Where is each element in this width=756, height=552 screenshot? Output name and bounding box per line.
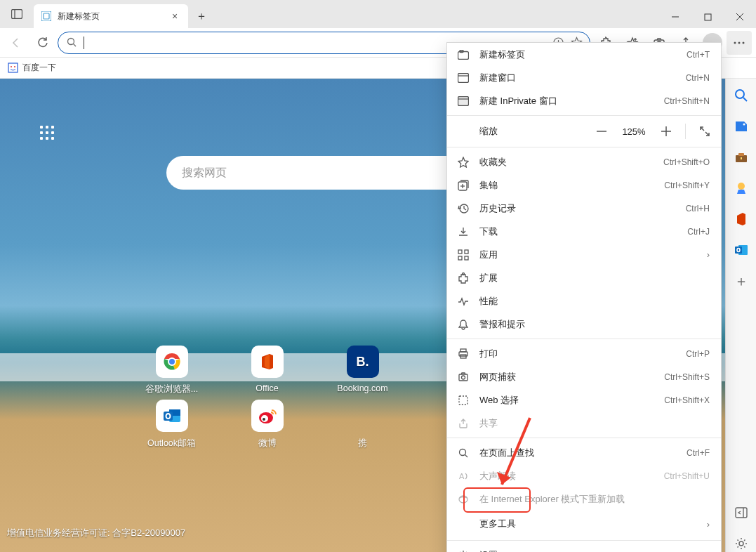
performance-icon bbox=[457, 295, 470, 308]
menu-webselect[interactable]: Web 选择 Ctrl+Shift+X bbox=[447, 388, 721, 412]
svg-rect-33 bbox=[164, 412, 173, 421]
svg-rect-5 bbox=[705, 14, 711, 20]
svg-rect-0 bbox=[12, 10, 22, 19]
svg-point-76 bbox=[460, 449, 466, 455]
sidebar-office-icon[interactable] bbox=[733, 211, 750, 228]
menu-downloads[interactable]: 下载 Ctrl+J bbox=[447, 220, 721, 243]
tile-office[interactable]: Office bbox=[222, 346, 313, 395]
titlebar: 新建标签页 × ＋ bbox=[0, 0, 756, 28]
menu-find[interactable]: 在页面上查找 Ctrl+F bbox=[447, 441, 721, 464]
tile-booking[interactable]: B. Booking.com bbox=[317, 346, 409, 395]
star-icon bbox=[457, 156, 470, 169]
zoom-label: 缩放 bbox=[457, 125, 585, 138]
search-placeholder: 搜索网页 bbox=[182, 166, 227, 180]
svg-point-40 bbox=[743, 124, 745, 126]
inprivate-icon bbox=[457, 95, 470, 107]
newtab-icon bbox=[457, 48, 470, 61]
tab-actions-button[interactable] bbox=[0, 0, 34, 28]
history-icon bbox=[457, 202, 470, 215]
extensions-icon bbox=[457, 272, 470, 284]
svg-rect-3 bbox=[44, 13, 49, 19]
sidebar-search-icon[interactable] bbox=[733, 87, 750, 104]
new-tab-button[interactable]: ＋ bbox=[191, 6, 212, 27]
menu-alerts[interactable]: 警报和提示 bbox=[447, 313, 721, 336]
menu-readaloud: A 大声朗读 Ctrl+Shift+U bbox=[447, 464, 721, 487]
svg-point-38 bbox=[736, 90, 744, 98]
refresh-button[interactable] bbox=[31, 31, 55, 55]
back-button[interactable] bbox=[4, 31, 28, 55]
svg-rect-2 bbox=[41, 11, 51, 21]
text-cursor bbox=[84, 37, 84, 49]
menu-new-tab[interactable]: 新建标签页 Ctrl+T bbox=[447, 43, 721, 66]
menu-print[interactable]: 打印 Ctrl+P bbox=[447, 342, 721, 365]
sidebar-games-icon[interactable] bbox=[733, 180, 750, 197]
svg-rect-67 bbox=[458, 256, 462, 260]
tab-favicon bbox=[41, 11, 52, 22]
chevron-right-icon: › bbox=[707, 519, 710, 530]
menu-zoom-row: 缩放 125% bbox=[447, 119, 721, 144]
svg-point-21 bbox=[11, 66, 12, 67]
svg-rect-46 bbox=[735, 247, 742, 254]
svg-point-69 bbox=[463, 272, 465, 275]
menu-share: 共享 bbox=[447, 412, 721, 435]
tab-close-button[interactable]: × bbox=[168, 10, 181, 22]
apps-grid-icon bbox=[40, 126, 54, 140]
sidebar-tools-icon[interactable] bbox=[733, 149, 750, 166]
svg-rect-43 bbox=[741, 157, 742, 159]
tile-outlook[interactable]: Outlook邮箱 bbox=[126, 400, 218, 449]
svg-text:A: A bbox=[459, 472, 465, 480]
fullscreen-button[interactable] bbox=[694, 121, 715, 141]
tile-ctrip[interactable]: 携 bbox=[317, 400, 409, 449]
zoom-out-button[interactable] bbox=[591, 121, 612, 141]
close-window-button[interactable] bbox=[724, 6, 756, 28]
sidebar-outlook-icon[interactable] bbox=[733, 242, 750, 258]
svg-point-18 bbox=[738, 41, 741, 44]
menu-iemode: 在 Internet Explorer 模式下重新加载 bbox=[447, 487, 721, 511]
svg-point-37 bbox=[263, 418, 265, 421]
menu-extensions[interactable]: 扩展 bbox=[447, 266, 721, 289]
tile-weibo[interactable]: 微博 bbox=[222, 400, 313, 449]
menu-apps[interactable]: 应用 › bbox=[447, 243, 721, 266]
zoom-in-button[interactable] bbox=[656, 121, 677, 141]
gear-icon bbox=[457, 549, 470, 553]
download-icon bbox=[457, 225, 470, 238]
apps-launcher-button[interactable] bbox=[32, 117, 62, 148]
menu-history[interactable]: 历史记录 Ctrl+H bbox=[447, 197, 721, 220]
menu-favorites[interactable]: 收藏夹 Ctrl+Shift+O bbox=[447, 150, 721, 173]
svg-point-74 bbox=[462, 376, 465, 379]
svg-rect-68 bbox=[465, 256, 468, 260]
svg-rect-66 bbox=[465, 250, 468, 254]
svg-point-44 bbox=[738, 183, 745, 190]
svg-line-39 bbox=[743, 98, 747, 101]
sidebar-pane-icon[interactable] bbox=[733, 504, 750, 521]
svg-point-22 bbox=[14, 66, 15, 67]
svg-rect-56 bbox=[458, 96, 469, 105]
sidebar-coupons-icon[interactable] bbox=[733, 118, 750, 135]
menu-inprivate[interactable]: 新建 InPrivate 窗口 Ctrl+Shift+N bbox=[447, 89, 721, 112]
bookmark-baidu[interactable]: 百度一下 bbox=[22, 62, 56, 74]
more-menu-button[interactable] bbox=[727, 31, 752, 55]
menu-performance[interactable]: 性能 bbox=[447, 289, 721, 313]
menu-capture[interactable]: 网页捕获 Ctrl+Shift+S bbox=[447, 365, 721, 388]
menu-settings[interactable]: 设置 bbox=[447, 544, 721, 552]
menu-new-window[interactable]: 新建窗口 Ctrl+N bbox=[447, 66, 721, 89]
window-controls bbox=[659, 6, 756, 28]
minimize-button[interactable] bbox=[659, 6, 691, 28]
sidebar-settings-icon[interactable] bbox=[733, 535, 750, 552]
newwindow-icon bbox=[457, 72, 470, 84]
maximize-button[interactable] bbox=[691, 6, 724, 28]
sidebar-add-icon[interactable]: ＋ bbox=[733, 272, 750, 289]
collections-icon bbox=[457, 179, 470, 192]
webselect-icon bbox=[457, 394, 470, 407]
apps-icon bbox=[457, 249, 470, 261]
svg-point-25 bbox=[168, 358, 175, 365]
menu-collections[interactable]: 集锦 Ctrl+Shift+Y bbox=[447, 173, 721, 197]
tile-chrome[interactable]: 谷歌浏览器... bbox=[126, 346, 218, 395]
svg-rect-53 bbox=[458, 73, 469, 82]
svg-point-50 bbox=[739, 541, 743, 546]
menu-moretools[interactable]: 更多工具 › bbox=[447, 511, 721, 537]
svg-rect-65 bbox=[458, 250, 462, 254]
browser-tab[interactable]: 新建标签页 × bbox=[34, 4, 188, 28]
readaloud-icon: A bbox=[457, 470, 470, 482]
svg-point-8 bbox=[67, 39, 74, 45]
